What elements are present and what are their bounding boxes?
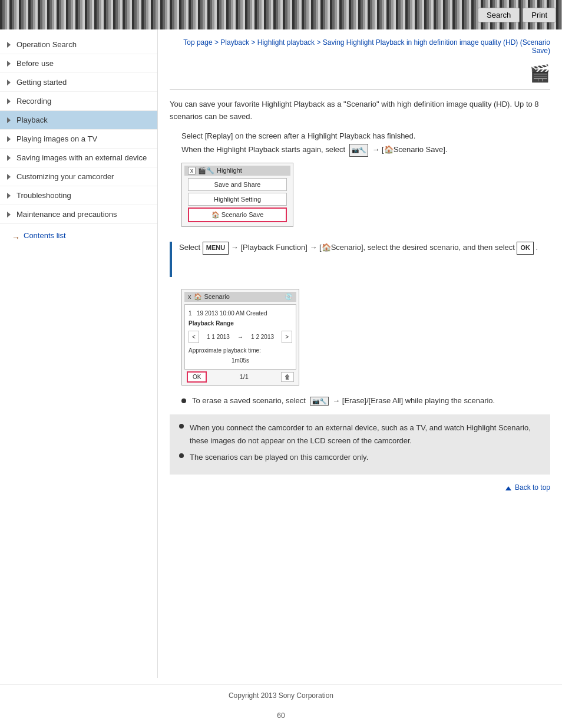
- dialog-btn-scenario-save[interactable]: 🏠 Scenario Save: [188, 207, 287, 222]
- range-to: 1 2 2013: [251, 332, 274, 342]
- breadcrumb: Top page > Playback > Highlight playback…: [170, 38, 550, 55]
- scenario-icon: 🏠: [194, 293, 202, 301]
- sidebar-item-playback[interactable]: Playback: [0, 111, 157, 130]
- dialog-btn-setting[interactable]: Highlight Setting: [188, 193, 287, 206]
- arrow-icon: [7, 136, 13, 142]
- section2-step-text: Select MENU → [Playback Function] → [🏠Sc…: [179, 242, 550, 255]
- sidebar-item-saving-images[interactable]: Saving images with an external device: [0, 149, 157, 167]
- step2-text: When the Highlight Playback starts again…: [181, 143, 550, 157]
- header-bar: Search Print: [0, 0, 562, 29]
- section2-middle: → [Playback Function] → [🏠Scenario], sel…: [231, 243, 515, 252]
- note-bullet-dot: [179, 453, 184, 458]
- camera-icon-inline: 📷🔧: [310, 397, 329, 406]
- arrow-icon: [7, 42, 13, 48]
- sidebar-item-maintenance[interactable]: Maintenance and precautions: [0, 205, 157, 224]
- note-bullet-dot: [179, 424, 184, 429]
- back-to-top-link[interactable]: Back to top: [515, 483, 550, 492]
- page-info: 1/1: [240, 373, 249, 380]
- range-arrow: →: [237, 332, 243, 342]
- approx-label: Approximate playback time:: [189, 345, 292, 355]
- approx-time: 1m05s: [189, 355, 292, 365]
- dialog-btn-save[interactable]: Save and Share: [188, 178, 287, 191]
- breadcrumb-sep3: >: [315, 38, 323, 47]
- scenario-nav: < 1 1 2013 → 1 2 2013 >: [189, 331, 292, 343]
- page-number: 60: [0, 707, 562, 724]
- playback-range-label: Playback Range: [189, 318, 292, 328]
- sidebar-item-getting-started[interactable]: Getting started: [0, 73, 157, 92]
- sidebar-item-label: Recording: [16, 97, 51, 106]
- breadcrumb-highlight[interactable]: Highlight playback: [257, 38, 315, 47]
- arrow-icon: [7, 117, 13, 123]
- step2-prefix: When the Highlight Playback starts again…: [181, 145, 345, 154]
- range-from: 1 1 2013: [207, 332, 230, 342]
- breadcrumb-sep1: >: [213, 38, 221, 47]
- arrow-icon: [7, 193, 13, 199]
- close-button[interactable]: x: [188, 167, 196, 174]
- nav-prev[interactable]: <: [189, 331, 199, 343]
- divider: [170, 89, 550, 90]
- scenario-dialog-screenshot: x 🏠 Scenario 💿 1 19 2013 10:00 AM Create…: [181, 289, 299, 386]
- close-button[interactable]: x: [188, 293, 191, 300]
- sidebar-item-label: Maintenance and precautions: [16, 210, 117, 219]
- step1-text: Select [Replay] on the screen after a Hi…: [181, 129, 550, 143]
- breadcrumb-current: Saving Highlight Playback in high defini…: [323, 38, 550, 55]
- footer-text: Copyright 2013 Sony Corporation: [229, 691, 333, 700]
- sidebar-item-playing-images[interactable]: Playing images on a TV: [0, 130, 157, 149]
- note-box: When you connect the camcorder to an ext…: [170, 414, 550, 475]
- contents-list-label: Contents list: [24, 231, 66, 240]
- scenario-date-line: 1 19 2013 10:00 AM Created: [189, 308, 292, 318]
- dialog-title-bar: x 🎬🔧 Highlight: [184, 166, 290, 176]
- dialog-icon: 🎬🔧: [198, 167, 214, 174]
- page-icon: 🎬: [170, 64, 550, 83]
- breadcrumb-top-page[interactable]: Top page: [183, 38, 212, 47]
- highlight-dialog-screenshot: x 🎬🔧 Highlight Save and Share Highlight …: [181, 163, 293, 227]
- ok-button-inline: OK: [517, 242, 534, 255]
- content-area: Top page > Playback > Highlight playback…: [158, 29, 562, 678]
- camera-save-icon: 📷🔧: [349, 144, 368, 157]
- breadcrumb-sep2: >: [249, 38, 257, 47]
- sidebar-item-customizing[interactable]: Customizing your camcorder: [0, 167, 157, 186]
- breadcrumb-playback[interactable]: Playback: [220, 38, 249, 47]
- sidebar: Operation Search Before use Getting star…: [0, 29, 158, 678]
- menu-button: MENU: [203, 242, 229, 255]
- trash-icon[interactable]: 🗑: [281, 372, 294, 382]
- bullet-erase-text: To erase a saved scenario, select 📷🔧 → […: [192, 396, 495, 406]
- search-button[interactable]: Search: [478, 8, 520, 22]
- note-text-2: The scenarios can be played on this camc…: [190, 451, 368, 464]
- header-buttons: Search Print: [478, 8, 556, 22]
- arrow-icon: [7, 155, 13, 161]
- sidebar-item-operation-search[interactable]: Operation Search: [0, 35, 157, 54]
- sidebar-item-label: Getting started: [16, 78, 67, 87]
- sidebar-item-recording[interactable]: Recording: [0, 92, 157, 111]
- section2: Select MENU → [Playback Function] → [🏠Sc…: [170, 242, 550, 277]
- print-button[interactable]: Print: [523, 8, 556, 22]
- disk-icon: 💿: [285, 293, 293, 301]
- bullet-erase: To erase a saved scenario, select 📷🔧 → […: [181, 396, 550, 406]
- bullet-dot: [181, 398, 186, 403]
- sidebar-item-troubleshooting[interactable]: Troubleshooting: [0, 186, 157, 205]
- back-to-top[interactable]: Back to top: [170, 483, 550, 492]
- nav-next[interactable]: >: [282, 331, 292, 343]
- section2-content: Select MENU → [Playback Function] → [🏠Sc…: [179, 242, 550, 261]
- arrow-icon: [7, 98, 13, 104]
- arrow-icon: [7, 212, 13, 218]
- note-item-1: When you connect the camcorder to an ext…: [179, 421, 541, 447]
- intro-text: You can save your favorite Highlight Pla…: [170, 98, 550, 123]
- arrow-icon: [7, 174, 13, 180]
- scenario-footer: OK 1/1 🗑: [184, 370, 296, 383]
- arrow-icon: [7, 61, 13, 67]
- section2-suffix: .: [536, 243, 538, 252]
- scenario-title-bar: x 🏠 Scenario 💿: [184, 292, 296, 302]
- sidebar-item-label: Playback: [16, 116, 48, 124]
- sidebar-item-label: Saving images with an external device: [16, 153, 147, 162]
- sidebar-item-before-use[interactable]: Before use: [0, 54, 157, 73]
- step2-suffix: [🏠Scenario Save].: [382, 145, 447, 154]
- note-text-1: When you connect the camcorder to an ext…: [190, 421, 541, 447]
- sidebar-item-label: Before use: [16, 59, 54, 68]
- contents-list-link[interactable]: Contents list: [0, 224, 157, 247]
- arrow-icon: [12, 233, 21, 239]
- triangle-up-icon: [505, 486, 511, 490]
- scenario-title: Scenario: [204, 293, 230, 300]
- scenario-ok-button[interactable]: OK: [187, 371, 207, 383]
- step2-arrow: →: [372, 145, 379, 154]
